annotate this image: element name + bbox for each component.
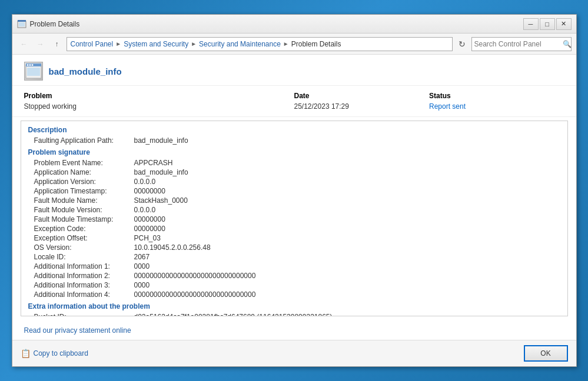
description-title: Description bbox=[28, 126, 560, 134]
signature-row: Additional Information 1: 0000 bbox=[28, 262, 560, 270]
breadcrumb: Control Panel ► System and Security ► Se… bbox=[67, 37, 453, 51]
copy-label: Copy to clipboard bbox=[34, 349, 88, 357]
signature-row: Fault Module Version: 0.0.0.0 bbox=[28, 206, 560, 214]
breadcrumb-item-1[interactable]: Control Panel bbox=[71, 40, 114, 48]
sig-label: Application Name: bbox=[28, 168, 134, 176]
sig-value: 0000 bbox=[134, 262, 150, 270]
sig-value: 10.0.19045.2.0.0.256.48 bbox=[134, 243, 211, 252]
signature-row: Application Name: bad_module_info bbox=[28, 168, 560, 176]
sig-label: Additional Information 2: bbox=[28, 272, 134, 280]
svg-rect-2 bbox=[18, 20, 26, 22]
problem-value: Stopped working bbox=[24, 102, 294, 111]
maximize-button[interactable]: □ bbox=[540, 18, 555, 30]
sig-label: Application Version: bbox=[28, 178, 134, 186]
signature-row: Additional Information 4: 00000000000000… bbox=[28, 290, 560, 299]
status-header: Status bbox=[429, 92, 564, 100]
sig-value: 0.0.0.0 bbox=[134, 206, 156, 214]
sig-label: Additional Information 3: bbox=[28, 281, 134, 289]
clipboard-icon: 📋 bbox=[21, 349, 31, 358]
sig-value: 00000000 bbox=[134, 225, 165, 233]
signature-row: Locale ID: 2067 bbox=[28, 253, 560, 261]
app-icon bbox=[24, 62, 43, 81]
sig-value: 00000000 bbox=[134, 215, 165, 223]
content-area: bad_module_info Problem Stopped working … bbox=[12, 55, 576, 340]
up-button[interactable]: ↑ bbox=[50, 37, 64, 51]
app-header: bad_module_info bbox=[12, 55, 576, 86]
signature-row: Additional Information 2: 00000000000000… bbox=[28, 272, 560, 280]
sig-label: Problem Event Name: bbox=[28, 159, 134, 167]
privacy-section: Read our privacy statement online bbox=[12, 320, 576, 340]
sig-label: Additional Information 4: bbox=[28, 290, 134, 299]
refresh-button[interactable]: ↻ bbox=[455, 37, 469, 51]
bucket-id-value: d02a5162d4ce7f1e00281fbc7d647689 (116421… bbox=[134, 313, 333, 316]
signature-row: Problem Event Name: APPCRASH bbox=[28, 159, 560, 167]
sig-value: APPCRASH bbox=[134, 159, 173, 167]
svg-rect-1 bbox=[19, 22, 25, 26]
forward-button[interactable]: → bbox=[34, 37, 48, 51]
sig-value: bad_module_info bbox=[134, 168, 188, 176]
sig-value: 0000 bbox=[134, 281, 150, 289]
minimize-button[interactable]: ─ bbox=[523, 18, 539, 30]
signature-row: Exception Offset: PCH_03 bbox=[28, 234, 560, 242]
problem-header: Problem bbox=[24, 92, 294, 100]
sig-label: Locale ID: bbox=[28, 253, 134, 261]
app-title: bad_module_info bbox=[49, 66, 122, 76]
extra-info-title: Extra information about the problem bbox=[28, 302, 560, 310]
search-input[interactable] bbox=[474, 40, 563, 48]
copy-to-clipboard-button[interactable]: 📋 Copy to clipboard bbox=[21, 349, 88, 358]
sig-value: StackHash_0000 bbox=[134, 196, 188, 205]
breadcrumb-item-2[interactable]: System and Security bbox=[124, 40, 188, 48]
faulting-app-row: Faulting Application Path: bad_module_in… bbox=[28, 136, 560, 145]
faulting-app-label: Faulting Application Path: bbox=[28, 136, 134, 145]
sig-label: Fault Module Version: bbox=[28, 206, 134, 214]
signature-row: Additional Information 3: 0000 bbox=[28, 281, 560, 289]
search-bar: 🔍 bbox=[471, 37, 572, 51]
bucket-id-label: Bucket ID: bbox=[28, 313, 134, 316]
sig-label: Fault Module Timestamp: bbox=[28, 215, 134, 223]
title-bar: Problem Details ─ □ ✕ bbox=[12, 15, 576, 34]
status-col: Status Report sent bbox=[429, 92, 564, 111]
sig-value: 00000000 bbox=[134, 187, 165, 195]
sig-value: 0.0.0.0 bbox=[134, 178, 156, 186]
problem-col: Problem Stopped working bbox=[24, 92, 294, 111]
details-inner: Description Faulting Application Path: b… bbox=[21, 121, 567, 316]
signature-row: Exception Code: 00000000 bbox=[28, 225, 560, 233]
navigation-bar: ← → ↑ Control Panel ► System and Securit… bbox=[12, 34, 576, 55]
breadcrumb-item-3[interactable]: Security and Maintenance bbox=[199, 40, 281, 48]
sig-label: Fault Module Name: bbox=[28, 196, 134, 205]
sig-value: PCH_03 bbox=[134, 234, 161, 242]
breadcrumb-current: Problem Details bbox=[291, 40, 341, 48]
svg-point-7 bbox=[29, 64, 31, 66]
signature-row: Application Timestamp: 00000000 bbox=[28, 187, 560, 195]
bottom-bar: 📋 Copy to clipboard OK bbox=[12, 340, 576, 366]
sig-label: Exception Code: bbox=[28, 225, 134, 233]
breadcrumb-sep-3: ► bbox=[283, 41, 289, 47]
signature-row: OS Version: 10.0.19045.2.0.0.256.48 bbox=[28, 243, 560, 252]
sig-label: OS Version: bbox=[28, 243, 134, 252]
signature-row: Fault Module Name: StackHash_0000 bbox=[28, 196, 560, 205]
back-button[interactable]: ← bbox=[17, 37, 31, 51]
sig-label: Exception Offset: bbox=[28, 234, 134, 242]
svg-point-6 bbox=[26, 64, 28, 66]
close-button[interactable]: ✕ bbox=[556, 18, 572, 30]
problem-signature-title: Problem signature bbox=[28, 148, 560, 156]
date-value: 25/12/2023 17:29 bbox=[294, 102, 430, 111]
details-panel: Description Faulting Application Path: b… bbox=[21, 121, 568, 316]
sig-label: Application Timestamp: bbox=[28, 187, 134, 195]
privacy-link[interactable]: Read our privacy statement online bbox=[24, 326, 131, 335]
sig-label: Additional Information 1: bbox=[28, 262, 134, 270]
problem-summary: Problem Stopped working Date 25/12/2023 … bbox=[12, 86, 576, 117]
svg-rect-4 bbox=[27, 68, 40, 76]
breadcrumb-sep-1: ► bbox=[115, 41, 121, 47]
title-icon bbox=[17, 19, 26, 29]
sig-value: 2067 bbox=[134, 253, 150, 261]
bucket-id-row: Bucket ID: d02a5162d4ce7f1e00281fbc7d647… bbox=[28, 313, 560, 316]
status-value: Report sent bbox=[429, 102, 564, 111]
signature-row: Application Version: 0.0.0.0 bbox=[28, 178, 560, 186]
ok-button[interactable]: OK bbox=[524, 345, 568, 362]
main-window: Problem Details ─ □ ✕ ← → ↑ Control Pane… bbox=[12, 14, 577, 367]
sig-value: 0000000000000000000000000000000 bbox=[134, 290, 256, 299]
search-icon[interactable]: 🔍 bbox=[563, 40, 572, 48]
svg-point-8 bbox=[31, 64, 33, 66]
date-header: Date bbox=[294, 92, 430, 100]
